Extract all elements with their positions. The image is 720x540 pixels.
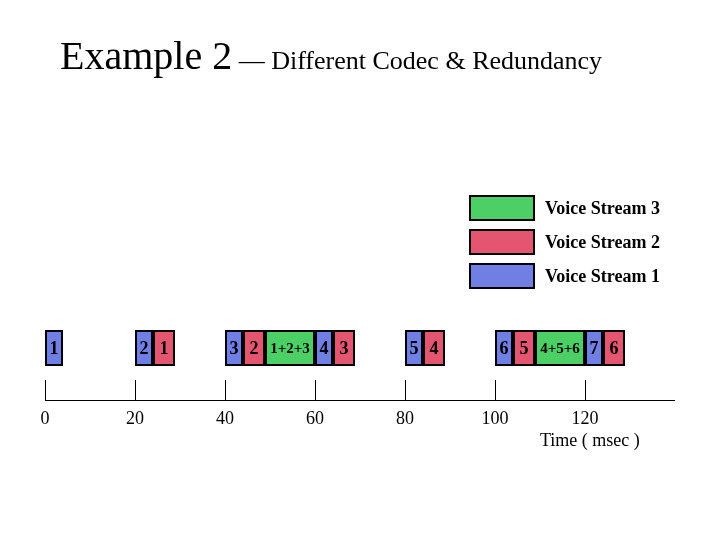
- axis-tick: [135, 380, 136, 400]
- axis-tick-label: 100: [482, 408, 509, 429]
- axis-tick-label: 20: [126, 408, 144, 429]
- packet-segment-stream2: 2: [243, 330, 265, 366]
- packet-segment-stream2: 4: [423, 330, 445, 366]
- title-sub: Different Codec & Redundancy: [271, 46, 602, 75]
- axis-tick-label: 0: [41, 408, 50, 429]
- packet-row: 121321+2+34354654+5+676: [20, 330, 700, 380]
- packet-segment-stream1: 2: [135, 330, 153, 366]
- packet-segment-stream1: 3: [225, 330, 243, 366]
- legend-label: Voice Stream 2: [545, 232, 660, 253]
- legend-label: Voice Stream 1: [545, 266, 660, 287]
- packet-segment-stream2: 6: [603, 330, 625, 366]
- legend-label: Voice Stream 3: [545, 198, 660, 219]
- legend-swatch-stream2: [469, 229, 535, 255]
- axis-tick: [495, 380, 496, 400]
- legend-swatch-stream1: [469, 263, 535, 289]
- axis-tick-label: 60: [306, 408, 324, 429]
- legend-row: Voice Stream 1: [469, 263, 660, 289]
- title-main: Example 2: [60, 33, 232, 78]
- axis-tick: [45, 380, 46, 400]
- packet-segment-stream1: 7: [585, 330, 603, 366]
- x-axis-title: Time ( msec ): [540, 430, 640, 451]
- packet-segment-stream1: 1: [45, 330, 63, 366]
- x-axis: [45, 400, 675, 401]
- packet-segment-stream2: 3: [333, 330, 355, 366]
- legend-row: Voice Stream 3: [469, 195, 660, 221]
- legend-swatch-stream3: [469, 195, 535, 221]
- timeline-chart: 121321+2+34354654+5+676 020406080100120T…: [20, 320, 700, 490]
- axis-tick-label: 40: [216, 408, 234, 429]
- axis-tick: [585, 380, 586, 400]
- packet-segment-stream2: 1: [153, 330, 175, 366]
- axis-tick: [405, 380, 406, 400]
- legend: Voice Stream 3 Voice Stream 2 Voice Stre…: [469, 195, 660, 297]
- axis-tick-label: 80: [396, 408, 414, 429]
- packet-segment-stream2: 5: [513, 330, 535, 366]
- axis-tick: [315, 380, 316, 400]
- slide-title: Example 2 — Different Codec & Redundancy: [60, 32, 602, 79]
- packet-segment-stream1: 6: [495, 330, 513, 366]
- axis-tick: [225, 380, 226, 400]
- slide: Example 2 — Different Codec & Redundancy…: [0, 0, 720, 540]
- packet-segment-stream3: 4+5+6: [535, 330, 585, 366]
- title-separator: —: [232, 46, 271, 75]
- packet-segment-stream1: 5: [405, 330, 423, 366]
- packet-segment-stream3: 1+2+3: [265, 330, 315, 366]
- axis-tick-label: 120: [572, 408, 599, 429]
- packet-segment-stream1: 4: [315, 330, 333, 366]
- legend-row: Voice Stream 2: [469, 229, 660, 255]
